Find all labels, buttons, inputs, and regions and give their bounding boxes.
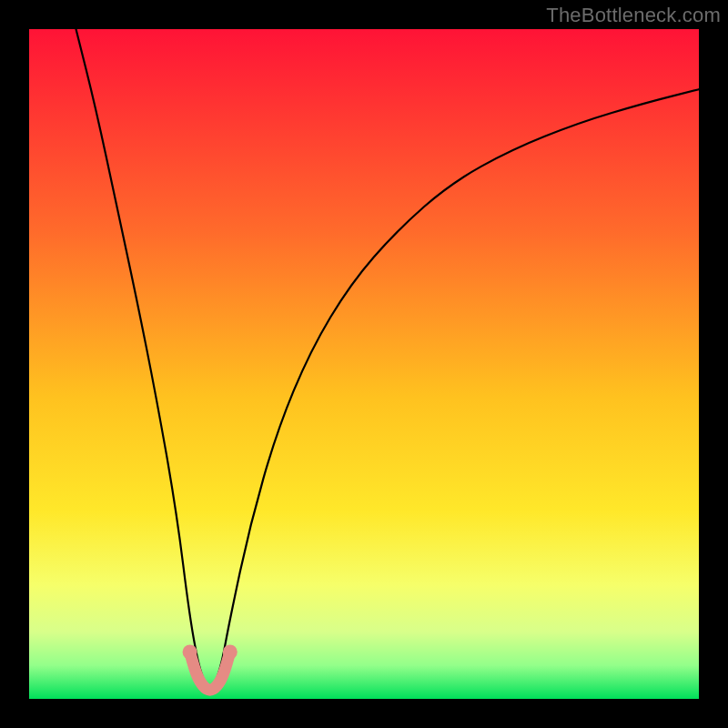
valley-end-dot: [183, 645, 197, 660]
bottleneck-chart: [0, 0, 728, 728]
watermark-text: TheBottleneck.com: [546, 4, 721, 27]
valley-end-dot: [223, 645, 238, 660]
chart-container: TheBottleneck.com: [0, 0, 728, 728]
plot-background: [29, 29, 699, 699]
